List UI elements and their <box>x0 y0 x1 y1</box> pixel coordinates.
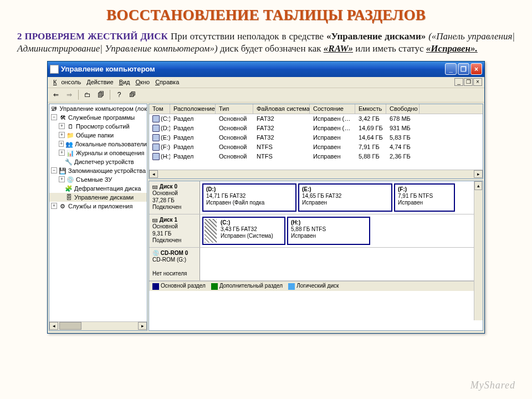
tree-event-viewer[interactable]: +🗒Просмотр событий <box>49 122 147 131</box>
scroll-left-icon[interactable]: ◂ <box>149 170 158 178</box>
partition[interactable]: (H:)5,88 ГБ NTFSИсправен <box>287 217 370 245</box>
tree-removable[interactable]: +💿Съемные ЗУ <box>49 175 147 184</box>
tree-storage[interactable]: −💾Запоминающие устройства <box>49 166 147 175</box>
properties-button[interactable]: 🗐 <box>95 89 107 101</box>
tree-root[interactable]: 🖳Управление компьютером (лок <box>49 104 147 113</box>
menu-help[interactable]: Справка <box>153 78 181 86</box>
tree-disk-management[interactable]: 🗄Управление дисками <box>49 193 147 202</box>
refresh-button[interactable]: 🗊 <box>126 89 139 101</box>
mdi-restore-button[interactable]: ❐ <box>464 78 473 86</box>
tree-defrag[interactable]: 🧩Дефрагментация диска <box>49 184 147 193</box>
users-icon: 👥 <box>65 140 73 148</box>
disk-icon: 🖴 <box>152 217 158 223</box>
expand-icon[interactable]: + <box>59 132 65 138</box>
expand-icon[interactable]: + <box>59 150 65 156</box>
volume-icon <box>152 153 160 160</box>
menu-action[interactable]: Действие <box>84 78 115 86</box>
defrag-icon: 🧩 <box>65 185 73 192</box>
back-button[interactable]: ⇐ <box>50 89 62 101</box>
scroll-up-icon[interactable]: ▴ <box>474 181 482 190</box>
help-button[interactable]: ? <box>113 89 125 101</box>
disk-row: 🖴 Диск 0Основной37,28 ГБПодключен(D:)14,… <box>149 181 483 214</box>
computer-icon: 🖳 <box>50 105 58 112</box>
cdrom-icon: 💿 <box>152 250 159 256</box>
col-state[interactable]: Состояние <box>310 104 355 114</box>
graphic-vscrollbar[interactable]: ▴ <box>474 181 483 320</box>
minimize-button[interactable]: _ <box>445 63 457 75</box>
expand-icon[interactable]: + <box>59 123 65 129</box>
watermark: MyShared <box>470 380 515 391</box>
slide-description: 2 ПРОВЕРЯЕМ ЖЕСТКИЙ ДИСК При отсутствии … <box>14 30 518 55</box>
menu-console[interactable]: Консоль <box>51 78 83 86</box>
titlebar[interactable]: Управление компьютером _ ❐ × <box>48 62 484 77</box>
maximize-button[interactable]: ❐ <box>458 63 469 75</box>
list-row[interactable]: (F:)РазделОсновнойNTFSИсправен7,91 ГБ4,7… <box>149 142 483 152</box>
list-row[interactable]: (E:)РазделОсновнойFAT32Исправен14,64 ГБ5… <box>149 133 483 142</box>
list-row[interactable]: (D:)РазделОсновнойFAT32Исправен (…14,69 … <box>149 124 483 133</box>
list-row[interactable]: (C:)РазделОсновнойFAT32Исправен (…3,42 Г… <box>149 114 483 124</box>
close-button[interactable]: × <box>470 63 482 75</box>
up-button[interactable]: 🗀 <box>81 89 94 101</box>
disk-info: 💿 CD-ROM 0CD-ROM (G:)Нет носителя <box>149 248 200 280</box>
volume-icon <box>152 134 160 141</box>
collapse-icon[interactable]: − <box>51 167 57 173</box>
menu-bar: Консоль Действие Вид Окно Справка _ ❐ × <box>48 77 484 88</box>
list-header: Том Расположение Тип Файловая система Со… <box>149 104 483 114</box>
partition[interactable]: (D:)14,71 ГБ FAT32Исправен (Файл подка <box>202 183 296 212</box>
scroll-right-icon[interactable]: ▸ <box>474 170 483 178</box>
menu-window[interactable]: Окно <box>134 78 152 86</box>
logs-icon: 📊 <box>66 149 74 157</box>
window-title: Управление компьютером <box>61 65 155 73</box>
partition[interactable]: (E:)14,65 ГБ FAT32Исправен <box>298 183 392 212</box>
expand-icon[interactable]: + <box>59 176 65 182</box>
tree-system-tools[interactable]: −🛠Служебные программы <box>49 113 147 122</box>
hatch-icon <box>204 219 217 243</box>
toolbar: ⇐ ⇒ 🗀 🗐 ? 🗊 <box>48 88 484 103</box>
app-icon <box>50 65 59 74</box>
col-free[interactable]: Свободно <box>386 104 420 114</box>
menu-view[interactable]: Вид <box>117 78 132 86</box>
tree-logs[interactable]: +📊Журналы и оповещения <box>49 149 147 157</box>
scroll-right-icon[interactable]: ▸ <box>138 322 147 330</box>
services-icon: ⚙ <box>59 202 66 210</box>
col-ras[interactable]: Расположение <box>170 104 216 114</box>
forward-button[interactable]: ⇒ <box>63 89 75 101</box>
disk-graphic-view: 🖴 Диск 0Основной37,28 ГБПодключен(D:)14,… <box>149 181 483 331</box>
devmgr-icon: 🔧 <box>65 158 73 166</box>
disk-row: 🖴 Диск 1Основной9,31 ГБПодключен(C:)3,43… <box>149 214 483 248</box>
partitions-container: (D:)14,71 ГБ FAT32Исправен (Файл подка(E… <box>200 181 483 214</box>
col-tom[interactable]: Том <box>149 104 170 114</box>
tree-device-manager[interactable]: 🔧Диспетчер устройств <box>49 157 147 166</box>
tree-shared-folders[interactable]: +📁Общие папки <box>49 131 147 140</box>
partitions-container: (C:)3,43 ГБ FAT32Исправен (Система)(H:)5… <box>200 214 483 247</box>
volume-list: Том Расположение Тип Файловая система Со… <box>149 104 483 179</box>
removable-icon: 💿 <box>66 176 74 183</box>
partition[interactable]: (C:)3,43 ГБ FAT32Исправен (Система) <box>202 217 285 245</box>
partition[interactable]: (F:)7,91 ГБ NTFSИсправен <box>394 183 455 212</box>
list-hscrollbar[interactable]: ◂ ▸ <box>149 170 483 178</box>
volume-icon <box>152 144 160 151</box>
separator <box>110 90 110 100</box>
expand-icon[interactable]: + <box>51 203 57 209</box>
storage-icon: 💾 <box>59 167 66 175</box>
disk-icon: 🖴 <box>152 183 158 190</box>
list-row[interactable]: (H:)РазделОсновнойNTFSИсправен5,88 ГБ2,3… <box>149 152 483 161</box>
mdi-close-button[interactable]: × <box>473 78 482 86</box>
tree-local-users[interactable]: +👥Локальные пользователи <box>49 140 147 149</box>
volume-icon <box>152 115 160 122</box>
col-tip[interactable]: Тип <box>216 104 253 114</box>
col-fs[interactable]: Файловая система <box>253 104 310 114</box>
mdi-minimize-button[interactable]: _ <box>454 78 463 86</box>
lead-text: 2 ПРОВЕРЯЕМ ЖЕСТКИЙ ДИСК <box>17 31 168 42</box>
tree-services[interactable]: +⚙Службы и приложения <box>49 202 147 211</box>
scroll-left-icon[interactable]: ◂ <box>49 322 58 330</box>
col-size[interactable]: Емкость <box>355 104 386 114</box>
legend: Основной раздел Дополнительный раздел Ло… <box>149 281 483 291</box>
expand-icon[interactable]: + <box>59 141 64 147</box>
legend-logical-swatch <box>288 283 295 290</box>
tree-hscrollbar[interactable]: ◂ ▸ <box>49 321 147 330</box>
disk-row: 💿 CD-ROM 0CD-ROM (G:)Нет носителя <box>149 248 483 281</box>
scroll-thumb[interactable] <box>59 322 81 330</box>
mmc-window: Управление компьютером _ ❐ × Консоль Дей… <box>47 61 485 334</box>
collapse-icon[interactable]: − <box>51 114 57 120</box>
